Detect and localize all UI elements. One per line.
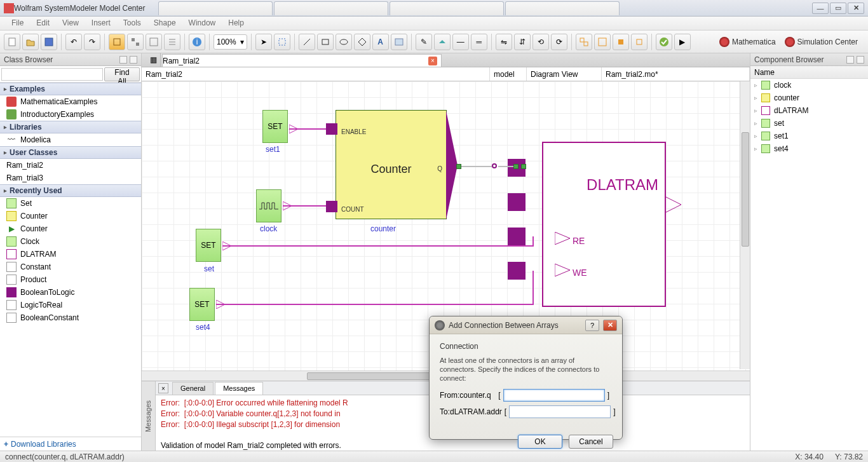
tree-item[interactable]: Ram_trial2 [0,159,141,172]
component-item[interactable]: clock [750,79,868,92]
find-all-button[interactable]: Find All [104,67,140,81]
line-weight-icon[interactable]: ═ [471,34,487,50]
minimize-button[interactable]: — [812,3,829,14]
section-libraries[interactable]: Libraries [0,121,141,133]
undo-icon[interactable]: ↶ [65,34,82,50]
component-item[interactable]: dLATRAM [750,104,868,117]
cancel-button[interactable]: Cancel [569,435,613,449]
download-libraries-link[interactable]: Download Libraries [0,437,141,451]
pointer-icon[interactable]: ➤ [255,34,272,50]
panel-close-icon[interactable] [857,56,864,64]
messages-vertical-tab[interactable]: Messages [142,381,156,451]
component-item[interactable]: set4 [750,142,868,155]
bg-tab[interactable] [274,1,388,15]
component-item[interactable]: set [750,117,868,130]
flip-h-icon[interactable]: ⇋ [496,34,512,50]
menu-shape[interactable]: Shape [147,17,182,30]
panel-close-icon[interactable] [130,56,137,64]
ok-button[interactable]: OK [518,435,562,449]
tree-item[interactable]: LogicToReal [0,299,141,311]
v-scrollbar[interactable] [740,81,750,369]
view4-icon[interactable] [164,34,180,50]
to-index-input[interactable] [509,405,611,418]
dialog-close-button[interactable]: ✕ [603,320,617,331]
section-examples[interactable]: Examples [0,83,141,95]
simulation-center-link[interactable]: Simulation Center [785,37,858,47]
flip-v-icon[interactable]: ⇵ [514,34,531,50]
view2-icon[interactable] [127,34,144,50]
tree-item[interactable]: Counter [0,210,141,222]
conn-endpoint[interactable] [513,164,519,169]
simulate-icon[interactable]: ▶ [674,34,691,50]
bg-tab[interactable] [158,1,273,15]
tree-item[interactable]: BooleanToLogic [0,286,141,299]
bg-tab[interactable] [505,1,620,15]
port-we[interactable] [508,262,526,280]
tree-item[interactable]: Constant [0,261,141,273]
fill-color-icon[interactable] [434,34,451,50]
block-counter[interactable]: Counter ENABLE COUNT Q [336,110,447,219]
tree-item[interactable]: IntroductoryExamples [0,108,141,121]
component-item[interactable]: counter [750,92,868,104]
bg-tab[interactable] [390,1,504,15]
block-set[interactable]: SET [196,229,221,262]
select-icon[interactable] [274,34,290,50]
dialog-help-button[interactable]: ? [585,320,599,331]
menu-view[interactable]: View [56,17,85,30]
tree-item[interactable]: Set [0,197,141,210]
block-set4[interactable]: SET [189,288,215,321]
view1-icon[interactable] [109,34,125,50]
front-icon[interactable] [613,34,629,50]
menu-help[interactable]: Help [222,17,250,30]
tree-item[interactable]: BooleanConstant [0,311,141,324]
port-re[interactable] [508,228,526,245]
tree-item[interactable]: 〰Modelica [0,133,141,146]
open-icon[interactable] [22,34,39,50]
breadcrumb[interactable]: Ram_trial2 [142,67,490,81]
menu-edit[interactable]: Edit [30,17,56,30]
conn-endpoint[interactable] [456,164,461,169]
conn-endpoint[interactable] [521,164,526,169]
tree-item[interactable]: MathematicaExamples [0,95,141,108]
panel-undock-icon[interactable] [119,56,127,64]
new-icon[interactable] [4,34,20,50]
tree-item[interactable]: ▶Counter [0,222,141,235]
tree-item[interactable]: DLATRAM [0,248,141,261]
pen-color-icon[interactable]: ✎ [416,34,432,50]
line-style-icon[interactable]: — [452,34,469,50]
menu-file[interactable]: File [5,17,30,30]
info-icon[interactable]: i [189,34,205,50]
menu-insert[interactable]: Insert [85,17,117,30]
component-item[interactable]: set1 [750,130,868,142]
polygon-icon[interactable] [354,34,370,50]
close-button[interactable]: ✕ [848,3,864,14]
port-data[interactable] [508,193,526,211]
tab-close-icon[interactable]: × [428,57,437,65]
group-icon[interactable] [576,34,592,50]
tree-item[interactable]: Clock [0,235,141,248]
port-enable[interactable] [326,123,337,135]
zoom-combo[interactable]: 100%▾ [214,34,247,50]
port-count[interactable] [326,201,337,212]
messages-close-icon[interactable]: × [158,383,168,393]
redo-icon[interactable]: ↷ [84,34,100,50]
block-clock[interactable] [256,189,281,222]
image-icon[interactable] [391,34,407,50]
diagram-icon[interactable]: ▦ [147,53,161,67]
rect-icon[interactable] [317,34,334,50]
menu-window[interactable]: Window [182,17,222,30]
column-header-name[interactable]: Name [750,66,868,79]
panel-undock-icon[interactable] [846,56,854,64]
check-icon[interactable] [656,34,672,50]
conn-midpoint[interactable] [492,163,497,168]
ungroup-icon[interactable] [594,34,611,50]
maximize-button[interactable]: ▭ [830,3,846,14]
mathematica-link[interactable]: Mathematica [719,37,776,47]
menu-tools[interactable]: Tools [117,17,147,30]
block-dlatram[interactable]: DLATRAM RE WE [542,142,666,307]
section-recently-used[interactable]: Recently Used [0,184,141,197]
block-set1[interactable]: SET [262,110,288,143]
class-search-input[interactable] [1,68,103,81]
view3-icon[interactable] [146,34,162,50]
section-user-classes[interactable]: User Classes [0,146,141,159]
